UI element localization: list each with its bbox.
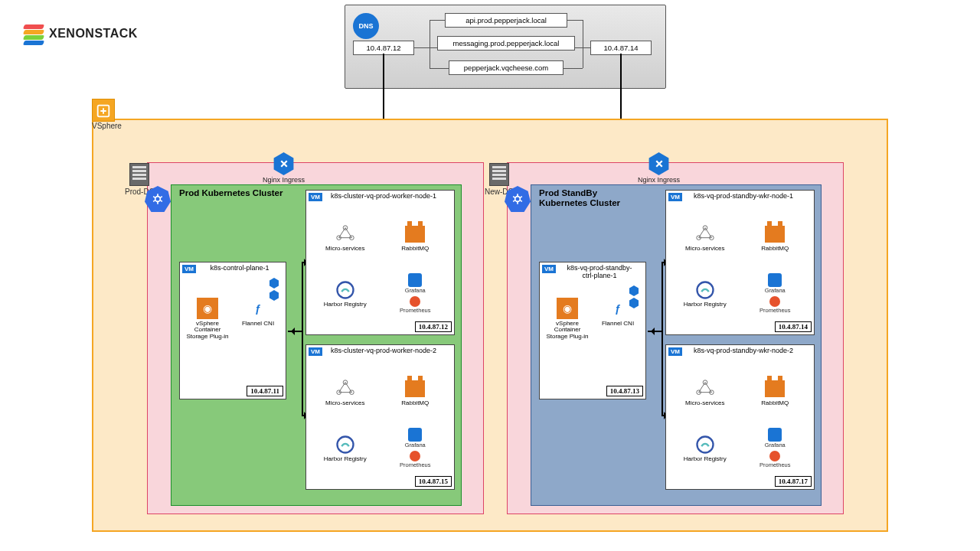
microservices: Micro-services xyxy=(311,210,380,265)
svg-line-21 xyxy=(705,227,711,237)
ingress-prod: Nginx Ingress xyxy=(263,152,305,184)
microservices-icon xyxy=(335,378,356,399)
vsphere-container: VSphere Prod-DC Nginx Ingress Prod Kuber… xyxy=(92,119,888,532)
storage-plugin-label: vSphere Container Storage Plug-in xyxy=(544,321,590,340)
svg-point-24 xyxy=(703,380,707,385)
vm-badge-icon: VM xyxy=(182,265,196,273)
rabbitmq: RabbitMQ xyxy=(381,210,450,265)
dns-record-1: messaging.prod.pepperjack.local xyxy=(437,36,575,51)
vsphere-text: VSphere xyxy=(92,122,122,130)
harbor-icon xyxy=(335,279,356,301)
worker-node-1-standby: VM k8s-vq-prod-standby-wkr-node-1 Micro-… xyxy=(665,190,815,335)
rabbit-label: RabbitMQ xyxy=(401,246,429,252)
control-plane-standby: VM k8s-vq-prod-standby-ctrl-plane-1 ◉vSp… xyxy=(539,262,646,399)
vm-badge-icon: VM xyxy=(309,347,322,356)
svg-point-17 xyxy=(703,226,707,230)
dns-record-2: pepperjack.vqcheese.com xyxy=(449,60,564,75)
rabbitmq-icon xyxy=(764,223,786,245)
vm-badge-icon: VM xyxy=(668,347,682,356)
dc-prod: Prod-DC Nginx Ingress Prod Kubernetes Cl… xyxy=(147,162,484,514)
wk2-ip: 10.4.87.17 xyxy=(775,476,812,487)
worker-node-2-standby: VM k8s-vq-prod-standby-wkr-node-2 Micro-… xyxy=(665,344,815,490)
grafana-icon xyxy=(768,428,782,442)
worker-node-1-prod: VM k8s-cluster-vq-prod-worker-node-1 Mic… xyxy=(305,190,455,335)
prometheus-icon xyxy=(410,296,420,307)
arrow-cp-wk xyxy=(288,331,303,332)
harbor-icon xyxy=(694,434,716,455)
rack-icon xyxy=(489,163,509,186)
wk1-name: k8s-vq-prod-standby-wkr-node-1 xyxy=(686,193,801,200)
harbor-icon xyxy=(335,434,356,455)
brand-name: XENONSTACK xyxy=(49,27,138,41)
svg-line-5 xyxy=(338,227,345,237)
grafana-icon xyxy=(768,273,782,287)
storage-plugin-icon: ◉ xyxy=(197,298,218,319)
microservices: Micro-services xyxy=(671,210,740,265)
dns-record-0: api.prod.pepperjack.local xyxy=(445,13,567,28)
flannel-cni: ƒ Flannel CNI xyxy=(235,298,281,340)
cp-name: k8s-control-plane-1 xyxy=(201,265,278,272)
cluster-prod: Prod Kubernetes Cluster VM k8s-control-p… xyxy=(171,184,462,506)
prometheus-icon xyxy=(769,451,780,461)
vm-badge-icon: VM xyxy=(542,265,556,273)
rabbitmq-icon xyxy=(404,223,426,245)
cp-ip: 10.4.87.13 xyxy=(606,386,643,396)
svg-point-2 xyxy=(343,226,348,230)
svg-point-16 xyxy=(515,197,521,202)
grafana-icon xyxy=(408,273,422,287)
ingress-label: Nginx Ingress xyxy=(263,176,305,184)
harbor: Harbor Registry xyxy=(311,266,380,321)
svg-line-28 xyxy=(705,382,711,392)
ingress-standby: Nginx Ingress xyxy=(638,152,680,184)
microservices-icon xyxy=(694,378,716,399)
prometheus-icon xyxy=(410,451,420,461)
microservices: Micro-services xyxy=(671,365,740,419)
wk1-ip: 10.4.87.14 xyxy=(775,321,812,332)
wk1-ip: 10.4.87.12 xyxy=(415,321,452,332)
wk2-name: k8s-cluster-vq-prod-worker-node-2 xyxy=(326,347,441,354)
rabbitmq: RabbitMQ xyxy=(741,210,810,265)
dns-block: DNS 10.4.87.12 api.prod.pepperjack.local… xyxy=(345,5,666,89)
storage-plugin-icon: ◉ xyxy=(557,298,578,319)
flannel-cni: ƒFlannel CNI xyxy=(595,298,641,340)
micro-label: Micro-services xyxy=(325,246,365,252)
vsphere-csi: ◉vSphere Container Storage Plug-in xyxy=(544,298,590,340)
flannel-icon: ƒ xyxy=(607,298,629,319)
monitoring-stack: Grafana Prometheus xyxy=(381,266,450,321)
svg-point-9 xyxy=(343,380,348,385)
monitoring-stack: GrafanaPrometheus xyxy=(741,421,810,475)
harbor-icon xyxy=(694,279,716,301)
nginx-ingress-icon xyxy=(648,152,671,175)
svg-point-1 xyxy=(155,197,161,202)
prometheus-icon xyxy=(769,296,780,307)
flannel-label: Flannel CNI xyxy=(602,321,634,327)
storage-plugin-label: vSphere Container Storage Plug-in xyxy=(185,321,230,340)
microservices-icon xyxy=(335,223,356,245)
svg-line-6 xyxy=(345,227,351,237)
brand-logo-icon xyxy=(23,23,44,44)
svg-line-13 xyxy=(345,382,351,392)
worker-node-2-prod: VM k8s-cluster-vq-prod-worker-node-2 Mic… xyxy=(305,344,455,490)
wk2-name: k8s-vq-prod-standby-wkr-node-2 xyxy=(686,347,801,354)
harbor: Harbor Registry xyxy=(311,421,380,475)
dc-new: New-DC Nginx Ingress Prod StandBy Kubern… xyxy=(507,162,844,514)
cluster-standby: Prod StandBy Kubernetes Cluster VM k8s-v… xyxy=(531,184,822,506)
svg-line-27 xyxy=(698,382,704,392)
cluster-standby-title: Prod StandBy Kubernetes Cluster xyxy=(539,188,646,208)
monitoring-stack: GrafanaPrometheus xyxy=(381,421,450,475)
brand-logo-block: XENONSTACK xyxy=(23,23,138,44)
svg-line-12 xyxy=(338,382,345,392)
harbor: Harbor Registry xyxy=(671,421,740,475)
harbor-label: Harbor Registry xyxy=(324,302,367,308)
cp-name: k8s-vq-prod-standby-ctrl-plane-1 xyxy=(561,265,638,280)
rabbitmq: RabbitMQ xyxy=(381,365,450,419)
vm-badge-icon: VM xyxy=(309,193,322,201)
microservices: Micro-services xyxy=(311,365,380,419)
rack-icon xyxy=(129,163,149,186)
flannel-icon: ƒ xyxy=(247,298,269,319)
arrow-cp-wk xyxy=(648,331,663,332)
dns-icon: DNS xyxy=(353,13,379,39)
vm-badge-icon: VM xyxy=(668,193,682,201)
wk2-ip: 10.4.87.15 xyxy=(415,476,452,487)
prometheus-label: Prometheus xyxy=(400,307,430,314)
